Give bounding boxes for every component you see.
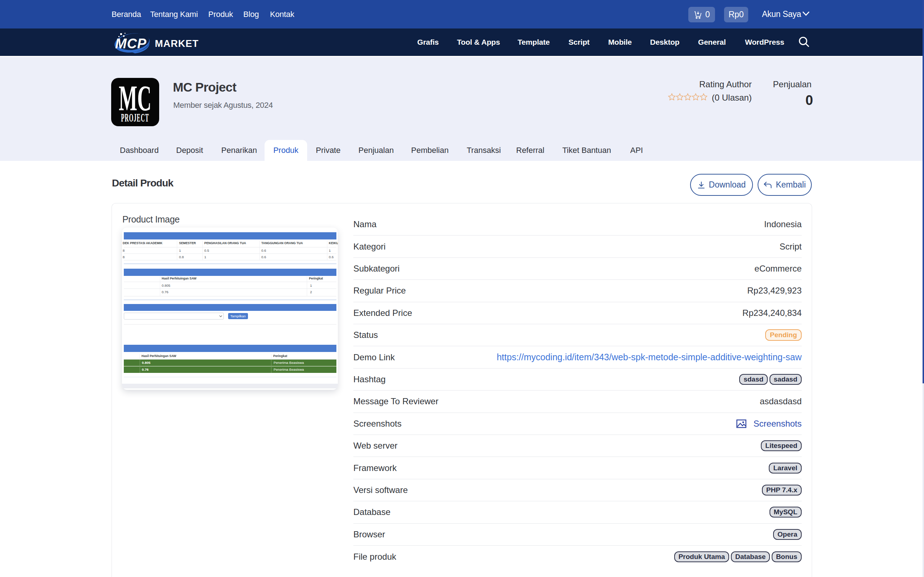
svg-text:PROJECT: PROJECT [121,111,149,124]
svg-text:MCP: MCP [115,36,147,51]
